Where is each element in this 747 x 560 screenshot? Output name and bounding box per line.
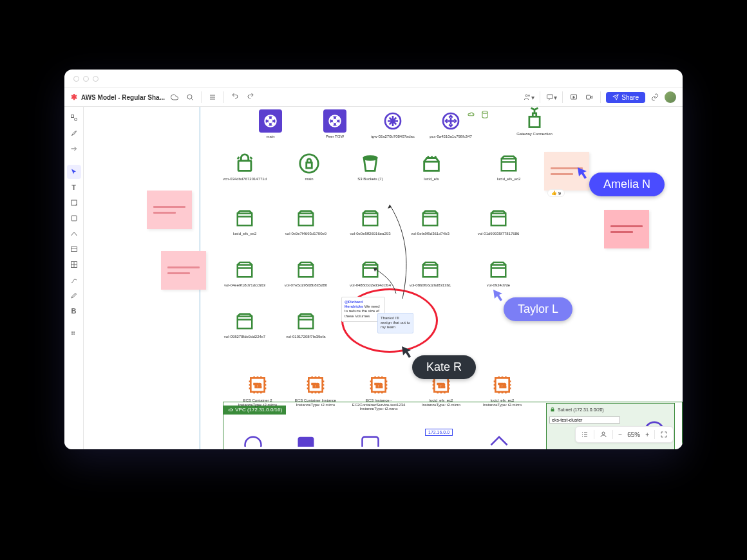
rocket-icon[interactable] bbox=[67, 126, 81, 140]
ebs-box-icon[interactable] bbox=[233, 207, 256, 230]
window-min-dot[interactable] bbox=[83, 76, 89, 82]
avatar[interactable] bbox=[665, 91, 676, 103]
undo-icon[interactable] bbox=[229, 91, 241, 103]
share-button[interactable]: Share bbox=[606, 92, 645, 103]
vpc-icon[interactable] bbox=[259, 109, 282, 133]
svg-point-21 bbox=[267, 123, 269, 125]
svg-point-60 bbox=[245, 437, 261, 447]
note-tool[interactable] bbox=[67, 196, 81, 210]
ebs-box-icon[interactable] bbox=[487, 258, 510, 281]
redo-icon[interactable] bbox=[245, 91, 256, 103]
partial-node[interactable] bbox=[296, 435, 316, 449]
document-title[interactable]: AWS Model - Regular Sha... bbox=[81, 94, 165, 101]
window-max-dot[interactable] bbox=[93, 76, 99, 82]
lock-icon[interactable] bbox=[298, 152, 321, 175]
svg-point-20 bbox=[272, 117, 274, 119]
menu-icon[interactable] bbox=[207, 91, 218, 103]
partial-node[interactable] bbox=[361, 435, 380, 449]
reaction-badge[interactable]: 👍9 bbox=[547, 189, 565, 197]
comment-icon[interactable]: ▾ bbox=[545, 91, 557, 103]
link-icon[interactable] bbox=[649, 91, 661, 103]
svg-point-7 bbox=[74, 118, 77, 121]
node-label: vol-0e0e5ff26916ea293 bbox=[350, 232, 391, 236]
vcn-icon[interactable] bbox=[233, 152, 256, 175]
ebs-box-icon[interactable] bbox=[233, 258, 256, 281]
node-label: lucid_efs_ec2 bbox=[233, 232, 257, 236]
user-icon[interactable] bbox=[600, 431, 607, 438]
partial-node[interactable] bbox=[489, 435, 509, 449]
text-tool[interactable]: T bbox=[67, 180, 81, 194]
svg-rect-36 bbox=[424, 162, 439, 171]
highlighter-tool[interactable] bbox=[67, 288, 81, 303]
ec2-t2-icon[interactable]: T2 bbox=[304, 373, 327, 397]
ebs-box-icon[interactable] bbox=[359, 207, 382, 230]
svg-rect-6 bbox=[71, 115, 73, 118]
draw-tool[interactable] bbox=[67, 273, 81, 287]
list-view-icon[interactable] bbox=[581, 431, 589, 438]
node-label: lucid_efs_ec2 bbox=[497, 177, 521, 182]
ec2-t2-icon[interactable]: T2 bbox=[246, 373, 269, 397]
reply-note[interactable]: Thanks! I'll assign that out to my team bbox=[377, 313, 413, 333]
svg-rect-34 bbox=[307, 163, 312, 169]
node-label: vol-0488c0d2e334dcfb4 bbox=[350, 283, 391, 288]
frame-tool[interactable] bbox=[67, 242, 81, 256]
s3-bucket-icon[interactable] bbox=[359, 152, 382, 175]
svg-rect-44 bbox=[299, 265, 314, 277]
bold-tool[interactable]: B bbox=[67, 304, 81, 318]
gateway-connection-icon[interactable] bbox=[523, 107, 546, 130]
svg-text:T2: T2 bbox=[312, 382, 319, 389]
ec2-t2-icon[interactable]: T2 bbox=[367, 373, 390, 397]
svg-point-16 bbox=[482, 111, 487, 114]
ebs-box-icon[interactable] bbox=[233, 310, 256, 333]
pcx-icon[interactable] bbox=[439, 109, 462, 133]
collaborator-cursor: Taylor L bbox=[504, 297, 572, 321]
ebs-box-icon[interactable] bbox=[419, 258, 442, 281]
ec2-t2-icon[interactable]: T2 bbox=[491, 373, 514, 397]
gateway-icon[interactable] bbox=[381, 109, 404, 133]
ebs-box-icon[interactable] bbox=[294, 258, 317, 281]
svg-text:T2: T2 bbox=[254, 382, 261, 389]
ebs-box-icon[interactable] bbox=[294, 310, 317, 333]
collaborator-cursor: Kate R bbox=[412, 355, 476, 379]
node-label: vol-0924d7de bbox=[487, 283, 510, 288]
import-icon[interactable] bbox=[67, 142, 81, 156]
ip-badge[interactable]: 172.16.0.0 bbox=[425, 429, 453, 436]
tgw-icon[interactable] bbox=[323, 109, 346, 133]
zoom-out-button[interactable]: − bbox=[618, 431, 622, 438]
partial-node[interactable] bbox=[243, 435, 263, 449]
node-label: tgw-02a270b708407adac bbox=[371, 135, 415, 139]
node-label: main bbox=[266, 135, 274, 139]
svg-point-25 bbox=[331, 117, 333, 119]
svg-point-14 bbox=[71, 333, 73, 335]
svg-rect-61 bbox=[298, 437, 314, 447]
canvas[interactable]: main Peer TGW tgw-02a270b708407adac pcx-… bbox=[84, 107, 683, 449]
table-tool[interactable] bbox=[67, 257, 81, 272]
shapes-panel-icon[interactable] bbox=[67, 111, 81, 125]
cluster-name-input[interactable] bbox=[549, 416, 620, 424]
window-close-dot[interactable] bbox=[73, 76, 79, 82]
node-label: S3 Buckets (7) bbox=[357, 177, 383, 182]
ebs-box-icon[interactable] bbox=[497, 152, 520, 175]
present-icon[interactable] bbox=[568, 91, 580, 103]
node-label: ECS Instance - EC2ContainerService-test1… bbox=[348, 398, 410, 411]
sticky-note[interactable] bbox=[161, 251, 206, 290]
ebs-box-icon[interactable] bbox=[294, 207, 317, 230]
ebs-box-icon[interactable] bbox=[487, 207, 510, 230]
zoom-in-button[interactable]: + bbox=[645, 431, 649, 438]
shape-tool[interactable] bbox=[67, 211, 81, 225]
fullscreen-icon[interactable] bbox=[660, 431, 668, 438]
pointer-tool[interactable] bbox=[67, 165, 81, 179]
sticky-note[interactable] bbox=[147, 191, 192, 229]
more-tools-icon[interactable] bbox=[67, 327, 81, 341]
zoom-value[interactable]: 65% bbox=[627, 431, 640, 438]
line-tool[interactable] bbox=[67, 227, 81, 241]
video-icon[interactable] bbox=[583, 91, 595, 103]
search-icon[interactable] bbox=[184, 91, 196, 103]
ebs-box-icon[interactable] bbox=[359, 258, 382, 281]
ebs-box-icon[interactable] bbox=[419, 207, 442, 230]
people-icon[interactable]: ▾ bbox=[523, 91, 534, 103]
sticky-note[interactable] bbox=[604, 210, 649, 248]
node-label: vol-01017208f7fa39efa bbox=[286, 335, 325, 339]
efs-icon[interactable] bbox=[420, 152, 443, 175]
cloud-sync-icon[interactable] bbox=[169, 91, 180, 103]
